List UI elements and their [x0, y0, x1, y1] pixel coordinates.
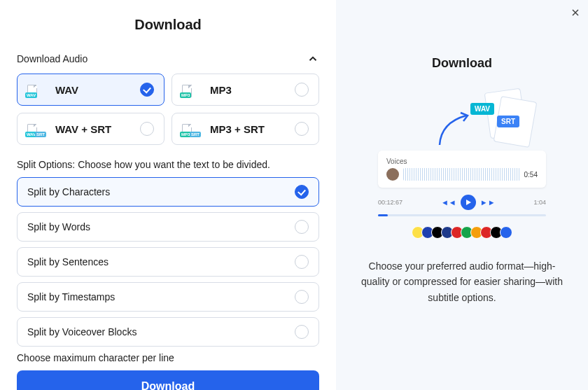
radio-icon	[295, 325, 309, 339]
mp3-file-icon: MP3	[182, 82, 202, 97]
wav-srt-file-icon: WAVSRT	[27, 121, 47, 137]
preview-description: Choose your preferred audio format—high-…	[353, 258, 571, 305]
rewind-icon[interactable]: ◄◄	[441, 198, 456, 207]
preview-title: Download	[432, 56, 492, 71]
split-characters[interactable]: Split by Characters	[17, 177, 319, 207]
close-button[interactable]	[570, 7, 581, 21]
format-mp3[interactable]: MP3 MP3	[172, 74, 319, 106]
flag-icon	[500, 226, 512, 239]
radio-icon	[140, 122, 154, 136]
format-mp3-srt[interactable]: MP3SRT MP3 + SRT	[172, 113, 319, 145]
audio-section-label: Download Audio	[17, 53, 88, 64]
radio-icon	[295, 83, 309, 97]
radio-icon	[295, 122, 309, 136]
close-icon	[570, 7, 581, 18]
flags-row	[412, 226, 512, 239]
download-button[interactable]: Download	[17, 370, 319, 390]
time-total: 1:04	[533, 199, 546, 206]
chevron-up-icon	[307, 53, 319, 65]
page-title: Download	[17, 17, 319, 33]
split-helper-text: Choose maximum character per line	[17, 352, 319, 363]
radio-selected-icon	[140, 83, 154, 97]
left-panel: Download Download Audio WAV WAV MP3 MP3 …	[0, 0, 336, 390]
voice-card: Voices 0:54	[378, 151, 546, 188]
wav-file-icon: WAV	[27, 82, 47, 97]
split-description: Split Options: Choose how you want the t…	[17, 159, 319, 170]
format-wav[interactable]: WAV WAV	[17, 74, 164, 106]
mp3-srt-file-icon: MP3SRT	[182, 121, 202, 137]
audio-section-header[interactable]: Download Audio	[17, 53, 319, 65]
radio-icon	[295, 220, 309, 234]
radio-icon	[295, 290, 309, 304]
avatar	[386, 168, 399, 181]
preview-illustration: WAV SRT Voices 0:54 00:12:67 ◄◄ ►► 1:04	[371, 90, 553, 239]
format-grid: WAV WAV MP3 MP3 WAVSRT WAV + SRT MP3SRT …	[17, 74, 319, 145]
forward-icon[interactable]: ►►	[480, 198, 496, 207]
split-timestamps[interactable]: Split by Timestamps	[17, 282, 319, 312]
arrow-icon	[433, 110, 475, 152]
time-elapsed: 00:12:67	[378, 199, 402, 206]
format-wav-srt[interactable]: WAVSRT WAV + SRT	[17, 113, 164, 145]
radio-selected-icon	[295, 185, 309, 199]
split-sentences[interactable]: Split by Sentences	[17, 247, 319, 277]
player-bar: 00:12:67 ◄◄ ►► 1:04	[378, 195, 546, 210]
progress-bar[interactable]	[378, 214, 546, 216]
play-button[interactable]	[461, 195, 476, 210]
split-voiceover-blocks[interactable]: Split by Voiceover Blocks	[17, 317, 319, 347]
split-options-list: Split by Characters Split by Words Split…	[17, 177, 319, 347]
split-words[interactable]: Split by Words	[17, 212, 319, 242]
voices-label: Voices	[386, 158, 538, 165]
waveform-icon	[403, 168, 520, 181]
right-panel: Download WAV SRT Voices 0:54 00:12:67 ◄◄…	[336, 0, 588, 390]
duration-label: 0:54	[524, 171, 538, 179]
srt-chip: SRT	[497, 116, 519, 127]
radio-icon	[295, 255, 309, 269]
